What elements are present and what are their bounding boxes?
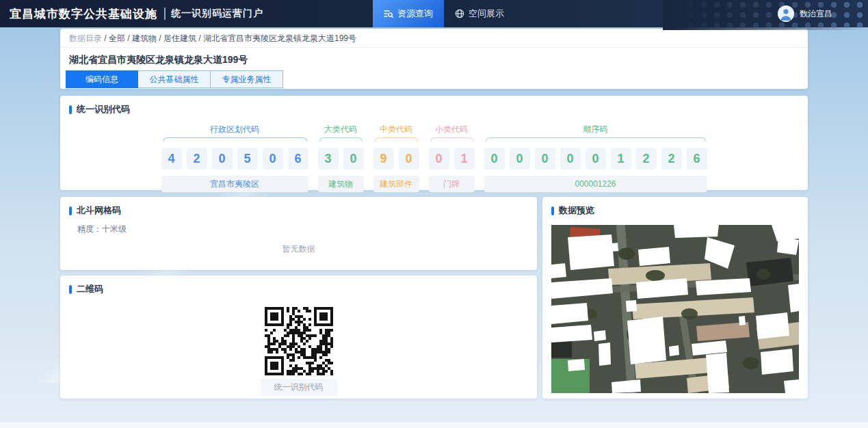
empty-data-text: 暂无数据: [60, 243, 537, 255]
code-group: 小类代码01门牌: [429, 124, 475, 192]
code-group-label: 顺序码: [484, 124, 707, 135]
code-digit: 9: [373, 148, 394, 170]
qr-code-panel: 二维码 统一识别代码: [60, 276, 537, 399]
breadcrumb-root[interactable]: 数据目录: [69, 34, 102, 43]
section-title-unified-code: 统一识别代码: [69, 103, 799, 116]
code-group-value: 宜昌市夷陵区: [161, 176, 308, 192]
user-avatar-icon: [778, 5, 794, 22]
section-bar-icon: [69, 105, 72, 114]
code-digits: 420506: [161, 148, 308, 170]
brand-secondary: 统一识别码运营门户: [171, 8, 263, 20]
code-digits: 30: [318, 148, 364, 170]
tab-exclusive-business-attrs[interactable]: 专属业务属性: [211, 70, 283, 88]
search-list-icon: [384, 9, 393, 18]
group-brace: [375, 137, 418, 142]
group-brace: [163, 137, 307, 142]
code-digits: 90: [373, 148, 419, 170]
section-bar-icon: [551, 206, 554, 215]
code-digit: 0: [510, 148, 530, 170]
code-group-label: 小类代码: [429, 124, 475, 135]
page-title: 湖北省宜昌市夷陵区龙泉镇龙泉大道199号: [60, 48, 808, 70]
code-group-value: 000001226: [484, 176, 707, 192]
section-title-text: 统一识别代码: [77, 103, 130, 116]
code-digit: 2: [661, 148, 682, 170]
tab-public-base-attrs[interactable]: 公共基础属性: [138, 70, 211, 88]
brand: 宜昌城市数字公共基础设施 统一识别码运营门户: [10, 6, 263, 22]
code-digit: 2: [187, 148, 207, 170]
code-digit: 4: [161, 148, 182, 170]
section-title-text: 数据预览: [559, 204, 594, 217]
code-digit: 0: [586, 148, 606, 170]
group-brace: [486, 137, 706, 142]
code-groups: 行政区划代码420506宜昌市夷陵区大类代码30建筑物中类代码90建筑部件小类代…: [69, 124, 799, 192]
code-digit: 3: [318, 148, 339, 170]
group-brace: [319, 137, 363, 142]
code-group-label: 行政区划代码: [161, 124, 308, 135]
code-group: 中类代码90建筑部件: [373, 124, 419, 192]
qr-code-image: [263, 306, 334, 377]
bottom-strip: [0, 423, 868, 428]
code-digit: 1: [611, 148, 631, 170]
brand-divider: [164, 8, 166, 20]
app-header: 宜昌城市数字公共基础设施 统一识别码运营门户 资源查询 空间展示 数治宜昌: [0, 0, 868, 27]
brand-primary: 宜昌城市数字公共基础设施: [10, 6, 157, 22]
section-title-text: 二维码: [77, 283, 103, 295]
satellite-map-preview: [551, 225, 799, 393]
section-title-preview: 数据预览: [551, 204, 799, 217]
tab-code-info[interactable]: 编码信息: [66, 70, 138, 88]
code-group-value: 建筑物: [318, 176, 364, 192]
code-digit: 0: [263, 148, 283, 170]
qr-wrap: 统一识别代码: [69, 306, 528, 396]
nav-item-space-display[interactable]: 空间展示: [444, 0, 515, 27]
data-preview-panel: 数据预览: [542, 197, 808, 399]
code-group-value: 门牌: [429, 176, 475, 192]
code-digit: 1: [454, 148, 475, 170]
globe-icon: [455, 9, 464, 18]
code-digit: 0: [399, 148, 419, 170]
code-digit: 0: [343, 148, 364, 170]
user-name: 数治宜昌: [800, 8, 832, 20]
group-brace: [430, 137, 473, 142]
code-group-label: 中类代码: [373, 124, 419, 135]
nav-item-resource-query[interactable]: 资源查询: [373, 0, 444, 27]
dots-decoration: [663, 0, 868, 30]
nav-item-label: 空间展示: [469, 8, 504, 20]
code-digits: 01: [429, 148, 475, 170]
detail-header-panel: 数据目录 / 全部 / 建筑物 / 居住建筑 / 湖北省宜昌市夷陵区龙泉镇龙泉大…: [60, 29, 808, 89]
section-title-beidou: 北斗网格码: [69, 204, 528, 217]
qr-caption: 统一识别代码: [261, 379, 337, 396]
header-nav: 资源查询 空间展示: [373, 0, 515, 27]
code-digit: 5: [237, 148, 258, 170]
code-digit: 0: [212, 148, 233, 170]
code-group-value: 建筑部件: [373, 176, 419, 192]
code-digit: 6: [288, 148, 308, 170]
code-group-label: 大类代码: [318, 124, 364, 135]
section-bar-icon: [69, 206, 72, 215]
code-digit: 0: [560, 148, 581, 170]
code-digits: 000001226: [484, 148, 707, 170]
code-group: 行政区划代码420506宜昌市夷陵区: [161, 124, 308, 192]
user-menu[interactable]: 数治宜昌: [778, 0, 832, 27]
code-group: 顺序码000001226000001226: [484, 124, 707, 192]
breadcrumb-path[interactable]: / 全部 / 建筑物 / 居住建筑 / 湖北省宜昌市夷陵区龙泉镇龙泉大道199号: [104, 34, 356, 43]
beidou-grid-panel: 北斗网格码 精度：十米级 暂无数据: [60, 197, 537, 270]
detail-tabs: 编码信息 公共基础属性 专属业务属性: [60, 70, 808, 88]
section-title-qr: 二维码: [69, 283, 528, 295]
nav-item-label: 资源查询: [397, 8, 433, 20]
section-title-text: 北斗网格码: [77, 204, 121, 217]
code-digit: 0: [535, 148, 555, 170]
code-digit: 0: [429, 148, 449, 170]
code-digit: 2: [636, 148, 657, 170]
breadcrumb[interactable]: 数据目录 / 全部 / 建筑物 / 居住建筑 / 湖北省宜昌市夷陵区龙泉镇龙泉大…: [60, 29, 808, 48]
unified-code-panel: 统一识别代码 行政区划代码420506宜昌市夷陵区大类代码30建筑物中类代码90…: [60, 96, 808, 190]
code-digit: 6: [687, 148, 707, 170]
precision-label: 精度：十米级: [77, 224, 528, 235]
code-digit: 0: [484, 148, 505, 170]
code-group: 大类代码30建筑物: [318, 124, 364, 192]
section-bar-icon: [69, 285, 72, 294]
